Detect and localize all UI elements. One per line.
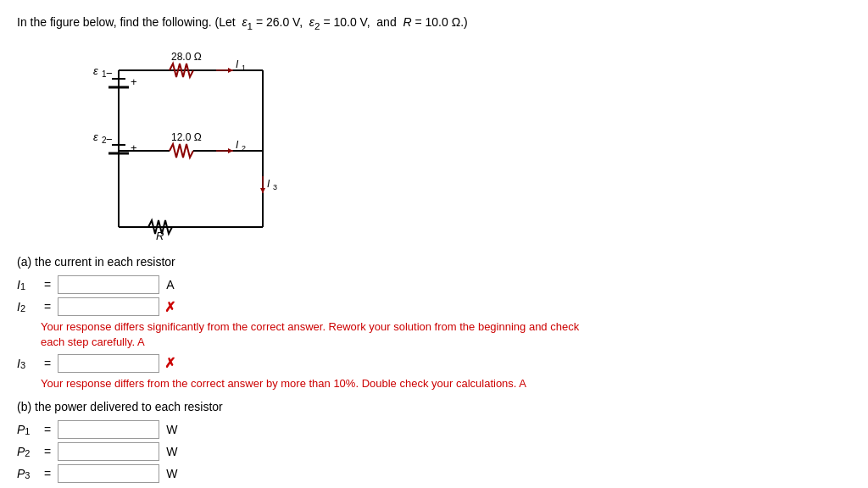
p1-label: P1 [17,423,41,436]
svg-text:ε: ε [93,64,98,77]
p3-unit: W [166,467,177,480]
i2-input[interactable] [58,297,159,316]
i3-error-msg: Your response differs from the correct a… [41,376,592,391]
i1-label: I1 [17,278,41,291]
svg-text:−: − [106,133,113,146]
p2-unit: W [166,445,177,458]
i2-error-msg: Your response differs significantly from… [41,319,592,350]
i1-input[interactable] [58,275,159,294]
svg-text:ε: ε [93,130,98,143]
i3-row: I3 = ✗ [17,354,851,373]
circuit-diagram: + ε 1 − + ε 2 − 28.0 Ω I 1 [68,45,288,240]
i1-row: I1 = A [17,275,851,294]
i2-row: I2 = ✗ [17,297,851,316]
svg-text:I: I [267,178,270,190]
svg-text:1: 1 [242,64,246,72]
part-b-label: (b) the power delivered to each resistor [17,400,851,413]
svg-text:2: 2 [242,144,246,152]
p3-input[interactable] [58,464,159,483]
svg-text:12.0 Ω: 12.0 Ω [171,131,202,143]
p1-row: P1 = W [17,420,851,439]
svg-text:3: 3 [273,183,277,191]
i1-unit: A [166,278,174,291]
i3-label: I3 [17,357,41,370]
p1-input[interactable] [58,420,159,439]
i2-error-icon: ✗ [164,299,175,315]
p2-input[interactable] [58,442,159,461]
svg-marker-35 [260,188,265,193]
p1-unit: W [166,423,177,436]
problem-statement: In the figure below, find the following.… [17,14,851,33]
p3-row: P3 = W [17,464,851,483]
svg-text:I: I [236,139,239,151]
svg-text:R: R [156,230,164,240]
i3-error-icon: ✗ [164,355,175,371]
svg-text:I: I [236,58,239,70]
svg-text:−: − [106,67,113,80]
svg-marker-24 [228,68,233,73]
p2-row: P2 = W [17,442,851,461]
part-a-label: (a) the current in each resistor [17,255,851,269]
p2-label: P2 [17,445,41,458]
svg-text:+: + [131,75,137,88]
p3-label: P3 [17,467,41,480]
i3-input[interactable] [58,354,159,373]
svg-text:+: + [131,141,137,154]
svg-text:28.0 Ω: 28.0 Ω [171,51,202,63]
i2-label: I2 [17,300,41,313]
svg-marker-31 [228,148,233,153]
